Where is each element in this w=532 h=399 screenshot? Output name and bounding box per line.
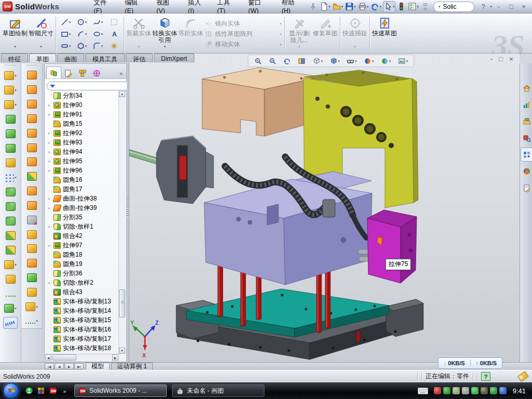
chevron-down-icon[interactable]: ▾ bbox=[15, 176, 17, 179]
surface-sweep-button[interactable] bbox=[27, 169, 37, 184]
chevron-down-icon[interactable]: ▾ bbox=[15, 307, 17, 310]
vpn-icon[interactable] bbox=[471, 387, 478, 394]
close-button[interactable]: × bbox=[518, 2, 529, 11]
circle-button[interactable]: ▾ bbox=[74, 16, 90, 28]
chevron-down-icon[interactable]: ▾ bbox=[40, 45, 42, 48]
swept-boss-button[interactable] bbox=[27, 97, 37, 112]
shield-green-icon[interactable] bbox=[443, 387, 450, 394]
tree-item[interactable]: ▸切除-放样2 bbox=[46, 278, 118, 287]
chevron-down-icon[interactable]: ▾ bbox=[15, 263, 17, 267]
select-box-button[interactable] bbox=[106, 16, 122, 28]
study-nav-button-3[interactable]: ▶| bbox=[74, 363, 84, 369]
chevron-down-icon[interactable]: ▾ bbox=[321, 59, 323, 63]
sketch-button[interactable]: 草图绘制 ▾ bbox=[2, 15, 28, 53]
surface-offset-button[interactable] bbox=[27, 184, 37, 198]
dimxpertmanager-tab[interactable] bbox=[89, 68, 103, 78]
combine-bodies-button[interactable] bbox=[6, 228, 16, 243]
search-input[interactable] bbox=[442, 3, 471, 11]
chevron-down-icon[interactable]: ▾ bbox=[164, 45, 166, 48]
tree-filter-box[interactable] bbox=[47, 82, 136, 90]
draft-button[interactable] bbox=[6, 141, 16, 155]
task-button-paint[interactable]: 未命名 - 画图 bbox=[172, 384, 264, 397]
tree-item[interactable]: 分割35 bbox=[46, 212, 118, 222]
solidworks-launch-button[interactable]: SW bbox=[48, 387, 57, 395]
expand-arrow-icon[interactable]: ▸ bbox=[47, 131, 51, 136]
reference-plane-button[interactable] bbox=[27, 155, 37, 169]
chevron-down-icon[interactable]: ▾ bbox=[355, 59, 357, 63]
options-button[interactable]: ▾ bbox=[407, 2, 419, 12]
security-plus-icon[interactable] bbox=[490, 387, 497, 394]
boundary-boss-button[interactable] bbox=[27, 126, 37, 140]
chevron-down-icon[interactable]: ▾ bbox=[101, 20, 103, 24]
chevron-down-icon[interactable]: ▾ bbox=[36, 305, 38, 309]
freeform-button[interactable] bbox=[27, 140, 37, 155]
search-box[interactable]: ▾ bbox=[433, 2, 475, 12]
curve-button[interactable] bbox=[6, 286, 16, 301]
tab-model[interactable]: 模型 bbox=[86, 363, 110, 370]
open-button[interactable]: ▾ bbox=[332, 2, 344, 12]
tree-item[interactable]: 组合43 bbox=[46, 287, 118, 297]
polygon-button[interactable]: ▾ bbox=[74, 40, 90, 52]
tab-DimXpert[interactable]: DimXpert bbox=[154, 54, 194, 62]
scroll-up-button[interactable]: ▲ bbox=[119, 91, 125, 97]
messenger-button[interactable] bbox=[24, 387, 33, 395]
tree-item[interactable]: ▸拉伸95 bbox=[46, 156, 118, 166]
doc-restore-button[interactable]: □ bbox=[499, 55, 503, 63]
surface-trim-button[interactable] bbox=[27, 227, 37, 242]
horizontal-scroll-thumb[interactable] bbox=[52, 354, 76, 361]
update-icon[interactable] bbox=[453, 387, 460, 394]
shell-button[interactable] bbox=[6, 126, 16, 141]
scale-button[interactable] bbox=[6, 214, 16, 228]
tree-vertical-scrollbar[interactable]: ▲ ▼ bbox=[118, 91, 126, 354]
chevron-down-icon[interactable]: ▾ bbox=[328, 5, 330, 8]
design-checker-button[interactable] bbox=[396, 2, 406, 12]
tree-item[interactable]: ▸曲面-拉伸39 bbox=[46, 203, 118, 212]
launcher-button[interactable] bbox=[36, 387, 45, 395]
expand-arrow-icon[interactable]: ▸ bbox=[47, 281, 51, 285]
revolved-boss-button[interactable] bbox=[27, 68, 37, 83]
flex-button[interactable] bbox=[27, 256, 37, 271]
dome-button[interactable] bbox=[27, 271, 37, 285]
lofted-boss-button[interactable] bbox=[27, 111, 37, 126]
design-library-button[interactable] bbox=[521, 114, 532, 128]
rib-button[interactable] bbox=[6, 199, 16, 214]
tree-item[interactable]: 实体-移动/复制14 bbox=[46, 306, 118, 315]
view-palette-button[interactable] bbox=[521, 148, 532, 162]
chevron-down-icon[interactable]: ▾ bbox=[15, 88, 17, 92]
tab-草图[interactable]: 草图 bbox=[29, 54, 56, 62]
net-speed-widget[interactable]: ↓ 0KB/S ↑ 0KB/S bbox=[438, 357, 502, 369]
chevron-down-icon[interactable]: ▾ bbox=[372, 59, 374, 63]
line-button[interactable]: ▾ bbox=[58, 16, 74, 28]
tree-item[interactable]: ▸曲面-拉伸38 bbox=[46, 194, 118, 203]
select-button[interactable]: ▾ bbox=[383, 1, 396, 12]
tree-item[interactable]: 实体-移动/复制13 bbox=[46, 297, 118, 306]
tree-item[interactable]: 圆角19 bbox=[46, 259, 118, 269]
apply-scene-button[interactable]: ▾ bbox=[381, 57, 391, 65]
tree-item[interactable]: ▸拉伸93 bbox=[46, 138, 118, 147]
mirror-bodies-button[interactable] bbox=[6, 184, 16, 199]
previous-view-button[interactable] bbox=[283, 57, 291, 65]
tree-item[interactable]: 圆角17 bbox=[46, 184, 118, 194]
hide-show-items-button[interactable]: ▾ bbox=[347, 57, 357, 65]
expand-arrow-icon[interactable]: ▸ bbox=[47, 103, 51, 108]
expand-arrow-icon[interactable]: ▸ bbox=[47, 224, 51, 229]
display-style-button[interactable]: ▾ bbox=[330, 57, 340, 65]
tree-item[interactable]: 实体-移动/复制16 bbox=[46, 325, 118, 334]
rapid-sketch-button[interactable]: 快速草图 bbox=[371, 15, 397, 53]
part-gray-clamp[interactable] bbox=[156, 136, 214, 204]
vertical-scroll-thumb[interactable] bbox=[119, 289, 125, 317]
doc-minimize-button[interactable]: - bbox=[490, 55, 493, 63]
tree-item[interactable]: 圆角15 bbox=[46, 119, 118, 128]
move-copy-bodies-button[interactable] bbox=[6, 243, 16, 257]
point-button[interactable] bbox=[106, 40, 122, 52]
study-nav-button-0[interactable]: |◀ bbox=[45, 363, 54, 369]
solidworks-resources-button[interactable] bbox=[521, 98, 532, 112]
chevron-down-icon[interactable]: ▾ bbox=[85, 32, 87, 36]
save-button[interactable]: ▾ bbox=[344, 2, 356, 12]
chevron-down-icon[interactable]: ▾ bbox=[15, 103, 17, 107]
smart-dimension-button[interactable]: 智能尺寸 ▾ bbox=[28, 15, 54, 53]
chevron-down-icon[interactable]: ▾ bbox=[367, 5, 369, 8]
edit-appearance-button[interactable]: ▾ bbox=[364, 57, 374, 65]
expand-arrow-icon[interactable]: ▸ bbox=[47, 168, 51, 173]
study-nav-button-2[interactable]: ▶ bbox=[64, 363, 74, 369]
